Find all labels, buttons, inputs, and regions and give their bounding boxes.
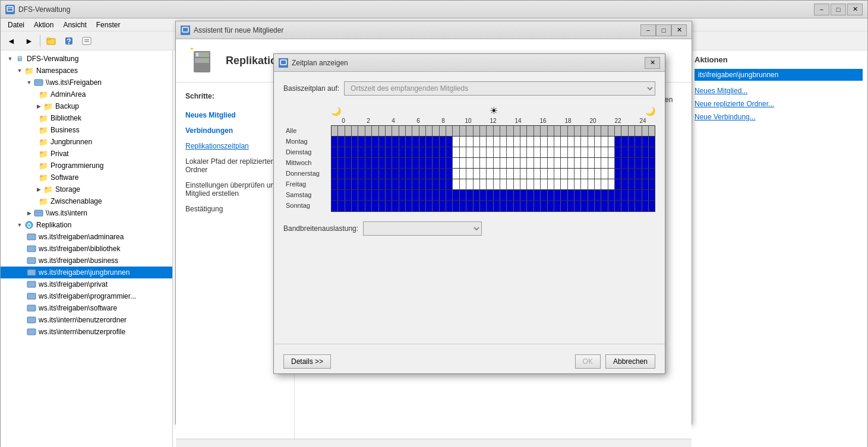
grid-cell-Freitag-33[interactable] — [554, 179, 561, 189]
grid-cell-Montag-26[interactable] — [507, 137, 513, 147]
grid-cell-Mittwoch-10[interactable] — [399, 158, 406, 168]
grid-cell-Dienstag-8[interactable] — [386, 147, 392, 157]
grid-cell-Alle-18[interactable] — [453, 126, 459, 136]
grid-cell-Montag-22[interactable] — [480, 137, 487, 147]
grid-cell-Dienstag-17[interactable] — [446, 147, 453, 157]
grid-cell-Dienstag-26[interactable] — [507, 147, 513, 157]
tree-item-rep-jungbrunnen[interactable]: ws.its\freigaben\jungbrunnen — [1, 267, 172, 278]
grid-cell-Donnerstag-12[interactable] — [412, 169, 419, 179]
grid-cell-Mittwoch-44[interactable] — [629, 158, 635, 168]
grid-cell-Freitag-36[interactable] — [575, 179, 581, 189]
grid-cell-Freitag-24[interactable] — [494, 179, 500, 189]
grid-cell-Dienstag-25[interactable] — [500, 147, 507, 157]
grid-cell-Dienstag-34[interactable] — [561, 147, 567, 157]
tree-item-bibliothek[interactable]: 📁 Bibliothek — [1, 112, 172, 124]
grid-cell-Mittwoch-7[interactable] — [379, 158, 386, 168]
grid-cell-Samstag-30[interactable] — [534, 190, 541, 200]
grid-cell-Donnerstag-46[interactable] — [642, 169, 649, 179]
grid-cell-Freitag-39[interactable] — [595, 179, 601, 189]
grid-cell-Montag-40[interactable] — [601, 137, 608, 147]
grid-cell-Mittwoch-36[interactable] — [575, 158, 581, 168]
grid-cell-Montag-1[interactable] — [338, 137, 345, 147]
grid-cell-Mittwoch-39[interactable] — [595, 158, 601, 168]
grid-cell-Samstag-33[interactable] — [554, 190, 561, 200]
grid-cell-Alle-12[interactable] — [412, 126, 419, 136]
grid-cell-Donnerstag-37[interactable] — [581, 169, 588, 179]
grid-cell-Mittwoch-0[interactable] — [332, 158, 338, 168]
grid-cell-Freitag-45[interactable] — [635, 179, 642, 189]
grid-cell-Dienstag-18[interactable] — [453, 147, 459, 157]
grid-cell-Sonntag-20[interactable] — [466, 201, 473, 211]
grid-cell-Samstag-3[interactable] — [352, 190, 358, 200]
grid-cell-Sonntag-42[interactable] — [615, 201, 621, 211]
grid-cell-Alle-0[interactable] — [332, 126, 338, 136]
grid-cell-Dienstag-20[interactable] — [466, 147, 473, 157]
grid-cell-Alle-7[interactable] — [379, 126, 386, 136]
grid-cell-Alle-4[interactable] — [358, 126, 365, 136]
grid-cell-Montag-19[interactable] — [460, 137, 466, 147]
grid-cell-Mittwoch-33[interactable] — [554, 158, 561, 168]
grid-cell-Samstag-5[interactable] — [365, 190, 372, 200]
grid-cell-Donnerstag-3[interactable] — [352, 169, 358, 179]
grid-cell-Freitag-17[interactable] — [446, 179, 453, 189]
grid-cell-Samstag-2[interactable] — [345, 190, 352, 200]
action-neue-ordner[interactable]: Neue replizierte Ordner... — [695, 99, 863, 109]
grid-cell-Alle-42[interactable] — [615, 126, 621, 136]
grid-cell-Dienstag-12[interactable] — [412, 147, 419, 157]
grid-cell-Montag-13[interactable] — [419, 137, 426, 147]
grid-cell-Montag-3[interactable] — [352, 137, 358, 147]
grid-cell-Dienstag-6[interactable] — [372, 147, 378, 157]
grid-cell-Sonntag-32[interactable] — [548, 201, 554, 211]
grid-cell-Sonntag-19[interactable] — [460, 201, 466, 211]
grid-cell-Mittwoch-5[interactable] — [365, 158, 372, 168]
grid-cell-Donnerstag-15[interactable] — [433, 169, 439, 179]
tree-expand-root[interactable]: ▼ — [5, 54, 15, 64]
grid-cell-Sonntag-1[interactable] — [338, 201, 345, 211]
grid-cell-Samstag-40[interactable] — [601, 190, 608, 200]
grid-cell-Dienstag-4[interactable] — [358, 147, 365, 157]
grid-cell-Freitag-21[interactable] — [474, 179, 480, 189]
grid-cell-Mittwoch-3[interactable] — [352, 158, 358, 168]
zeitplan-close-button[interactable]: ✕ — [645, 57, 660, 69]
grid-cell-Donnerstag-8[interactable] — [386, 169, 392, 179]
grid-cell-Mittwoch-9[interactable] — [392, 158, 399, 168]
grid-cell-Sonntag-21[interactable] — [474, 201, 480, 211]
grid-cell-Mittwoch-45[interactable] — [635, 158, 642, 168]
grid-cell-Montag-15[interactable] — [433, 137, 439, 147]
grid-cell-Donnerstag-22[interactable] — [480, 169, 487, 179]
grid-cell-Samstag-12[interactable] — [412, 190, 419, 200]
grid-cell-Mittwoch-41[interactable] — [608, 158, 615, 168]
grid-cell-Samstag-4[interactable] — [358, 190, 365, 200]
grid-cell-Donnerstag-44[interactable] — [629, 169, 635, 179]
grid-cell-Samstag-43[interactable] — [621, 190, 628, 200]
grid-cell-Mittwoch-16[interactable] — [440, 158, 446, 168]
grid-cell-Dienstag-37[interactable] — [581, 147, 588, 157]
grid-cell-Mittwoch-21[interactable] — [474, 158, 480, 168]
grid-cell-Donnerstag-21[interactable] — [474, 169, 480, 179]
grid-cell-Alle-23[interactable] — [487, 126, 493, 136]
grid-cell-Donnerstag-34[interactable] — [561, 169, 567, 179]
grid-cell-Freitag-19[interactable] — [460, 179, 466, 189]
grid-cell-Alle-13[interactable] — [419, 126, 426, 136]
grid-cell-Montag-12[interactable] — [412, 137, 419, 147]
grid-cell-Samstag-0[interactable] — [332, 190, 338, 200]
grid-cell-Mittwoch-37[interactable] — [581, 158, 588, 168]
folder-up-button[interactable] — [43, 33, 59, 49]
grid-cell-Montag-39[interactable] — [595, 137, 601, 147]
grid-cell-Alle-28[interactable] — [520, 126, 527, 136]
grid-cell-Sonntag-7[interactable] — [379, 201, 386, 211]
grid-cell-Freitag-35[interactable] — [568, 179, 575, 189]
grid-cell-Montag-41[interactable] — [608, 137, 615, 147]
menu-aktion[interactable]: Aktion — [29, 20, 58, 30]
grid-cell-Freitag-41[interactable] — [608, 179, 615, 189]
grid-cell-Mittwoch-40[interactable] — [601, 158, 608, 168]
maximize-button[interactable]: □ — [831, 4, 846, 15]
grid-cell-Donnerstag-14[interactable] — [426, 169, 433, 179]
grid-cell-Donnerstag-23[interactable] — [487, 169, 493, 179]
grid-cell-Freitag-31[interactable] — [541, 179, 547, 189]
tree-item-adminarea[interactable]: 📁 AdminArea — [1, 88, 172, 100]
grid-cell-Montag-10[interactable] — [399, 137, 406, 147]
grid-cell-Mittwoch-31[interactable] — [541, 158, 547, 168]
grid-cell-Alle-43[interactable] — [621, 126, 628, 136]
grid-cell-Samstag-45[interactable] — [635, 190, 642, 200]
